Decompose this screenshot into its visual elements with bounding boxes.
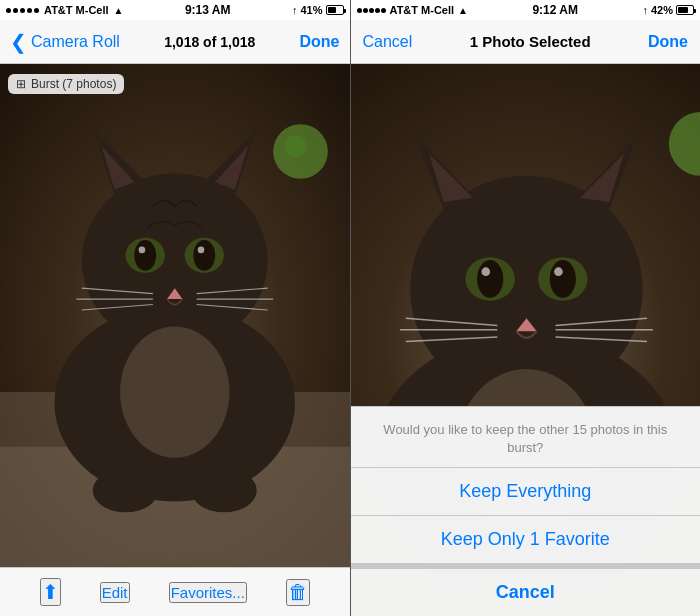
svg-point-4 bbox=[82, 173, 268, 348]
edit-label: Edit bbox=[102, 584, 128, 601]
battery-icon-right bbox=[676, 5, 694, 15]
direction-right: ↑ bbox=[642, 4, 648, 16]
time-left: 9:13 AM bbox=[185, 3, 231, 17]
wifi-left: ▲ bbox=[114, 5, 124, 16]
right-photo-area: Would you like to keep the other 15 phot… bbox=[351, 64, 701, 616]
svg-point-23 bbox=[93, 469, 159, 513]
left-photo-area: ⊞ Burst (7 photos) bbox=[0, 64, 350, 567]
cat-photo-left bbox=[0, 64, 350, 567]
svg-point-39 bbox=[481, 267, 490, 276]
done-button-left[interactable]: Done bbox=[299, 33, 339, 51]
back-button-left[interactable]: ❮ Camera Roll bbox=[10, 30, 120, 54]
favorites-button[interactable]: Favorites... bbox=[169, 582, 247, 603]
carrier-left: AT&T M-Cell bbox=[44, 4, 109, 16]
right-status-icons-right: ↑ 42% bbox=[642, 4, 694, 16]
nav-title-right: 1 Photo Selected bbox=[470, 33, 591, 50]
signal-dots-left bbox=[6, 8, 39, 13]
wifi-right: ▲ bbox=[458, 5, 468, 16]
svg-point-14 bbox=[198, 247, 205, 254]
signal-dots-right bbox=[357, 8, 386, 13]
action-sheet: Would you like to keep the other 15 phot… bbox=[351, 406, 701, 616]
time-right: 9:12 AM bbox=[532, 3, 578, 17]
svg-point-38 bbox=[549, 260, 575, 298]
burst-icon: ⊞ bbox=[16, 77, 26, 91]
favorites-label: Favorites... bbox=[171, 584, 245, 601]
battery-icon-left bbox=[326, 5, 344, 15]
left-panel: AT&T M-Cell ▲ 9:13 AM ↑ 41% ❮ Camera Rol… bbox=[0, 0, 350, 616]
carrier-right: AT&T M-Cell bbox=[390, 4, 455, 16]
chevron-left-icon: ❮ bbox=[10, 30, 27, 54]
delete-button[interactable]: 🗑 bbox=[286, 579, 310, 606]
direction-left: ↑ bbox=[292, 4, 298, 16]
right-status-left: AT&T M-Cell ▲ bbox=[357, 4, 468, 16]
keep-everything-button[interactable]: Keep Everything bbox=[351, 467, 701, 515]
right-panel: AT&T M-Cell ▲ 9:12 AM ↑ 42% Cancel 1 Pho… bbox=[351, 0, 701, 616]
action-sheet-message: Would you like to keep the other 15 phot… bbox=[351, 407, 701, 467]
battery-right: 42% bbox=[651, 4, 673, 16]
share-icon: ⬆ bbox=[42, 580, 59, 604]
left-toolbar: ⬆ Edit Favorites... 🗑 bbox=[0, 567, 350, 616]
left-status-bar: AT&T M-Cell ▲ 9:13 AM ↑ 41% bbox=[0, 0, 350, 20]
trash-icon: 🗑 bbox=[288, 581, 308, 604]
svg-point-30 bbox=[410, 176, 642, 403]
right-nav-bar: Cancel 1 Photo Selected Done bbox=[351, 20, 701, 64]
svg-point-11 bbox=[134, 240, 156, 271]
svg-point-37 bbox=[477, 260, 503, 298]
share-button[interactable]: ⬆ bbox=[40, 578, 61, 606]
edit-button[interactable]: Edit bbox=[100, 582, 130, 603]
back-label-left: Camera Roll bbox=[31, 33, 120, 51]
burst-label: Burst (7 photos) bbox=[31, 77, 116, 91]
left-status-left: AT&T M-Cell ▲ bbox=[6, 4, 123, 16]
svg-point-22 bbox=[120, 326, 229, 457]
svg-point-40 bbox=[554, 267, 563, 276]
right-status-bar: AT&T M-Cell ▲ 9:12 AM ↑ 42% bbox=[351, 0, 701, 20]
battery-left: 41% bbox=[300, 4, 322, 16]
cancel-action-button[interactable]: Cancel bbox=[351, 563, 701, 616]
left-nav-bar: ❮ Camera Roll 1,018 of 1,018 Done bbox=[0, 20, 350, 64]
done-button-right[interactable]: Done bbox=[648, 33, 688, 51]
right-status-icons-left: ↑ 41% bbox=[292, 4, 344, 16]
svg-point-26 bbox=[284, 135, 306, 157]
svg-point-24 bbox=[191, 469, 257, 513]
burst-badge: ⊞ Burst (7 photos) bbox=[8, 74, 124, 94]
svg-point-13 bbox=[139, 247, 146, 254]
photo-count: 1,018 of 1,018 bbox=[164, 34, 255, 50]
cancel-nav-button[interactable]: Cancel bbox=[363, 33, 413, 51]
keep-only-favorite-button[interactable]: Keep Only 1 Favorite bbox=[351, 515, 701, 563]
svg-point-12 bbox=[193, 240, 215, 271]
